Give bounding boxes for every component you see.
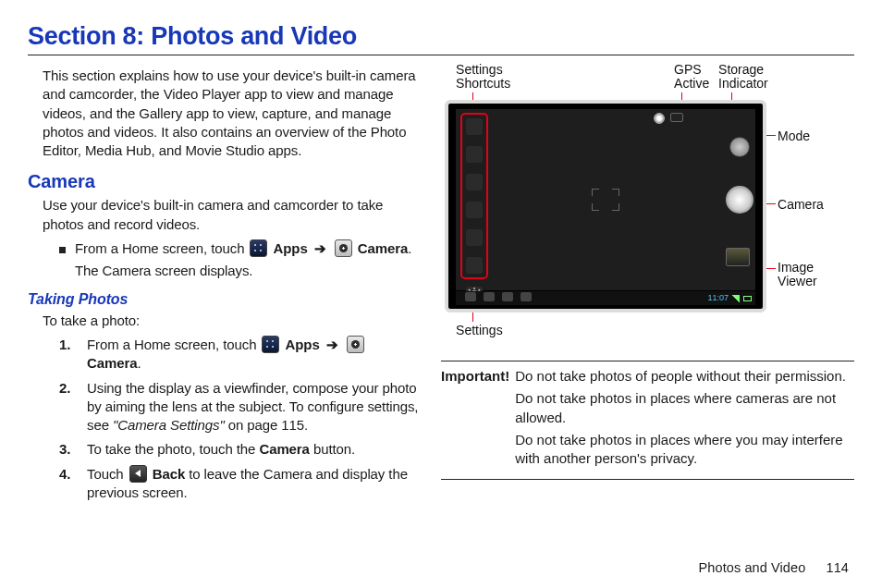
step-3: 3. To take the photo, touch the Camera b…	[59, 440, 423, 459]
step4-pre: Touch	[87, 466, 128, 482]
step-1: 1. From a Home screen, touch Apps ➔ Came…	[59, 336, 423, 374]
page-footer: Photos and Video 114	[699, 560, 849, 575]
important-rule-bottom	[441, 479, 854, 480]
step1-cam: Camera	[87, 355, 137, 371]
battery-icon	[743, 296, 752, 301]
section-title: Section 8: Photos and Video	[28, 22, 854, 51]
label-settings: Settings	[456, 324, 503, 337]
focus-brackets-icon	[592, 189, 619, 211]
shortcut-icon[interactable]	[466, 257, 483, 274]
settings-shortcut-strip	[460, 113, 488, 279]
gps-indicator-icon	[654, 113, 665, 124]
bullet-pre: From a Home screen, touch	[75, 240, 248, 256]
label-viewer: Image Viewer	[778, 261, 817, 289]
important-note: Important! Do not take photos of people …	[441, 367, 854, 472]
camera-label: Camera	[358, 240, 408, 256]
step1-apps: Apps	[286, 337, 320, 352]
image-viewer-button[interactable]	[726, 248, 750, 266]
step-4: 4. Touch Back to leave the Camera and di…	[59, 465, 423, 503]
home-bullet: From a Home screen, touch Apps ➔ Camera.…	[59, 239, 423, 281]
apps-icon	[262, 336, 279, 353]
bullet-square-icon	[59, 247, 66, 253]
important-line: Do not take photos in places where you m…	[515, 431, 854, 469]
step-number: 1.	[59, 336, 80, 354]
step3-pre: To take the photo, touch the	[87, 441, 259, 457]
bullet-post: .	[408, 240, 411, 256]
apps-label: Apps	[274, 240, 308, 256]
shortcut-icon[interactable]	[466, 229, 483, 246]
step-2: 2. Using the display as a viewfinder, co…	[59, 379, 423, 435]
important-line: Do not take photos of people without the…	[515, 367, 854, 386]
step1-post: .	[137, 355, 141, 371]
step4-bold: Back	[153, 466, 185, 482]
softkey-icon[interactable]	[502, 292, 513, 301]
status-bar: 11:07	[456, 291, 755, 305]
apps-icon	[250, 239, 267, 257]
important-label: Important!	[441, 367, 509, 472]
footer-section: Photos and Video	[699, 560, 806, 575]
shortcut-icon[interactable]	[466, 174, 483, 190]
shutter-button[interactable]	[726, 186, 753, 214]
camera-app-icon	[335, 239, 352, 257]
viewfinder-area	[456, 109, 755, 290]
storage-indicator-icon	[670, 113, 683, 122]
softkey-icon[interactable]	[484, 292, 495, 301]
step-number: 2.	[59, 379, 80, 398]
camera-heading: Camera	[28, 169, 423, 194]
label-camera: Camera	[778, 198, 824, 212]
left-column: This section explains how to use your de…	[28, 67, 423, 502]
step3-bold: Camera	[259, 441, 309, 457]
important-rule-top	[441, 361, 854, 361]
softkey-icon[interactable]	[465, 292, 476, 301]
right-column: Settings Shortcuts GPS Active Storage In…	[441, 67, 854, 502]
footer-page: 114	[827, 560, 850, 575]
step-number: 4.	[59, 465, 80, 484]
intro-text: This section explains how to use your de…	[43, 67, 423, 160]
soft-keys	[465, 292, 532, 301]
label-mode: Mode	[778, 129, 810, 143]
bullet-line2: The Camera screen displays.	[75, 263, 252, 278]
shortcut-icon[interactable]	[466, 202, 483, 218]
camera-app-icon	[347, 336, 364, 353]
back-icon	[129, 465, 147, 483]
arrow-icon: ➔	[314, 240, 326, 256]
shortcut-icon[interactable]	[466, 118, 483, 135]
signal-icon	[732, 295, 740, 302]
step3-post: button.	[310, 441, 355, 457]
label-gps: GPS Active	[674, 63, 709, 92]
important-line: Do not take photos in places where camer…	[515, 389, 854, 427]
camera-diagram: Settings Shortcuts GPS Active Storage In…	[445, 67, 842, 353]
step1-pre: From a Home screen, touch	[87, 337, 260, 352]
step2-ref-post: on page 115.	[228, 417, 308, 433]
camera-desc: Use your device's built-in camera and ca…	[43, 196, 423, 234]
title-rule	[28, 55, 854, 55]
mode-button[interactable]	[729, 137, 750, 157]
arrow-icon: ➔	[326, 337, 338, 352]
label-settings-shortcuts: Settings Shortcuts	[456, 63, 510, 92]
status-time: 11:07	[708, 292, 729, 303]
softkey-icon[interactable]	[521, 292, 532, 301]
taking-photos-heading: Taking Photos	[28, 289, 423, 310]
step-number: 3.	[59, 440, 80, 459]
taking-intro: To take a photo:	[43, 312, 423, 330]
shortcut-icon[interactable]	[466, 146, 483, 163]
device-mockup: 11:07	[445, 100, 766, 312]
step2-ref: "Camera Settings"	[113, 417, 225, 433]
label-storage: Storage Indicator	[718, 63, 768, 92]
